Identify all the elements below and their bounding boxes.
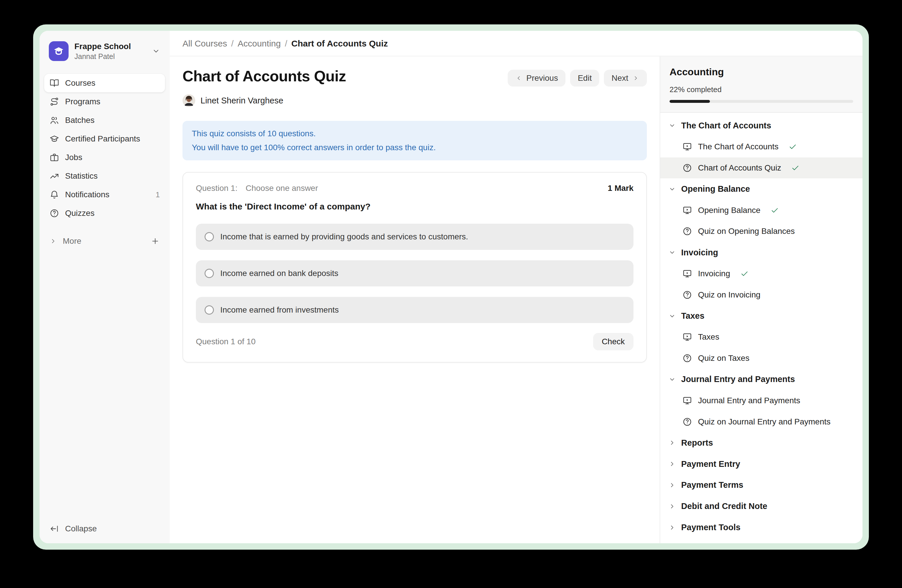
chapter-title: Journal Entry and Payments	[681, 374, 795, 384]
help-circle-icon	[682, 163, 692, 173]
lesson-opening-balance[interactable]: Opening Balance	[660, 200, 863, 221]
breadcrumb-separator: /	[231, 39, 233, 48]
question-footer: Question 1 of 10 Check	[196, 333, 634, 350]
answer-option[interactable]: Income earned from investments	[196, 297, 634, 323]
lesson-chart-of-accounts-quiz[interactable]: Chart of Accounts Quiz	[660, 158, 863, 179]
lesson-label: Journal Entry and Payments	[698, 396, 800, 405]
lesson-label: Taxes	[698, 332, 719, 342]
lesson-quiz-on-invoicing[interactable]: Quiz on Invoicing	[660, 284, 863, 305]
lesson-label: Opening Balance	[698, 206, 761, 215]
edit-button[interactable]: Edit	[570, 70, 599, 87]
chevron-right-icon	[669, 503, 676, 510]
banner-line: You will have to get 100% correct answer…	[192, 141, 637, 155]
chapter-reports[interactable]: Reports	[660, 432, 863, 454]
breadcrumb-item-accounting[interactable]: Accounting	[238, 39, 281, 48]
chapter-title: Invoicing	[681, 248, 718, 257]
sidebar-item-label: Notifications	[65, 190, 110, 199]
body-row: Chart of Accounts Quiz Previous Edit	[170, 56, 863, 543]
lesson-invoicing[interactable]: Invoicing	[660, 263, 863, 285]
chevron-right-icon	[669, 439, 676, 447]
chapter-journal-entry-and-payments[interactable]: Journal Entry and Payments	[660, 369, 863, 390]
page-title: Chart of Accounts Quiz	[183, 68, 346, 84]
lesson-quiz-on-taxes[interactable]: Quiz on Taxes	[660, 348, 863, 369]
lesson-the-chart-of-accounts[interactable]: The Chart of Accounts	[660, 136, 863, 158]
sidebar-item-label: Statistics	[65, 171, 98, 181]
workspace-user: Jannat Patel	[74, 52, 146, 61]
sidebar-item-certified-participants[interactable]: Certified Participants	[44, 130, 165, 148]
question-marks: 1 Mark	[608, 184, 634, 193]
help-circle-icon	[682, 226, 692, 236]
chapter-payment-tools[interactable]: Payment Tools	[660, 517, 863, 538]
chevron-down-icon	[669, 122, 676, 129]
progress-bar	[670, 100, 853, 103]
chapter-invoicing[interactable]: Invoicing	[660, 242, 863, 263]
chapter-title: Payment Terms	[681, 480, 743, 490]
header-buttons: Previous Edit Next	[508, 70, 647, 87]
check-icon	[791, 164, 800, 172]
chapter-debit-and-credit-note[interactable]: Debit and Credit Note	[660, 496, 863, 517]
chapter-taxes[interactable]: Taxes	[660, 305, 863, 327]
chapter-title: Reports	[681, 438, 713, 448]
help-circle-icon	[682, 290, 692, 300]
answer-option-label: Income that is earned by providing goods…	[220, 232, 468, 241]
sidebar-nav: CoursesProgramsBatchesCertified Particip…	[44, 74, 165, 222]
chevron-right-icon	[49, 237, 57, 245]
workspace-switcher[interactable]: Frappe School Jannat Patel	[45, 39, 164, 63]
question-label: Question 1:	[196, 184, 237, 193]
breadcrumb-item-all-courses[interactable]: All Courses	[183, 39, 227, 48]
sidebar-item-jobs[interactable]: Jobs	[44, 148, 165, 167]
progress-bar-fill	[670, 100, 710, 103]
sidebar-item-quizzes[interactable]: Quizzes	[44, 204, 165, 222]
lesson-label: Quiz on Opening Balances	[698, 227, 795, 236]
previous-label: Previous	[526, 74, 558, 83]
lesson-label: Chart of Accounts Quiz	[698, 163, 781, 172]
answer-option[interactable]: Income earned on bank deposits	[196, 260, 634, 286]
course-progress-text: 22% completed	[670, 85, 853, 94]
question-meta: Question 1: Choose one answer 1 Mark	[196, 184, 634, 193]
radio-button[interactable]	[205, 232, 214, 241]
lesson-taxes[interactable]: Taxes	[660, 327, 863, 348]
sidebar-item-label: Programs	[65, 97, 100, 106]
chapter-the-chart-of-accounts[interactable]: The Chart of Accounts	[660, 115, 863, 136]
sidebar-item-batches[interactable]: Batches	[44, 111, 165, 130]
sidebar-item-more[interactable]: More	[44, 232, 165, 250]
plus-icon[interactable]	[150, 236, 160, 246]
route-icon	[49, 97, 59, 106]
check-button[interactable]: Check	[593, 333, 634, 350]
radio-button[interactable]	[205, 269, 214, 278]
screen: Frappe School Jannat Patel CoursesProgra…	[0, 0, 902, 588]
check-icon	[740, 269, 749, 278]
app-window: Frappe School Jannat Patel CoursesProgra…	[39, 31, 863, 543]
chevron-down-icon[interactable]	[152, 47, 160, 55]
chapter-payment-entry[interactable]: Payment Entry	[660, 454, 863, 475]
lesson-quiz-on-journal-entry-and-payments[interactable]: Quiz on Journal Entry and Payments	[660, 411, 863, 432]
question-text: What is the 'Direct Income' of a company…	[196, 202, 634, 211]
main-panel: Chart of Accounts Quiz Previous Edit	[170, 56, 660, 543]
answer-option[interactable]: Income that is earned by providing goods…	[196, 224, 634, 250]
sidebar-item-courses[interactable]: Courses	[44, 74, 165, 92]
lesson-journal-entry-and-payments[interactable]: Journal Entry and Payments	[660, 390, 863, 411]
radio-button[interactable]	[205, 305, 214, 314]
breadcrumb-item-chart-of-accounts-quiz: Chart of Accounts Quiz	[291, 39, 388, 48]
check-icon	[770, 206, 779, 215]
sidebar-item-statistics[interactable]: Statistics	[44, 167, 165, 185]
sidebar-item-programs[interactable]: Programs	[44, 92, 165, 111]
content-area: All Courses/Accounting/Chart of Accounts…	[170, 31, 863, 543]
collapse-label: Collapse	[65, 524, 97, 533]
next-button[interactable]: Next	[604, 70, 647, 87]
chapter-payment-terms[interactable]: Payment Terms	[660, 475, 863, 496]
workspace-name: Frappe School	[74, 41, 146, 52]
chapter-opening-balance[interactable]: Opening Balance	[660, 178, 863, 200]
course-outline: The Chart of AccountsThe Chart of Accoun…	[660, 113, 863, 543]
lesson-quiz-on-opening-balances[interactable]: Quiz on Opening Balances	[660, 221, 863, 242]
chapter-title: Taxes	[681, 311, 705, 321]
left-sidebar: Frappe School Jannat Patel CoursesProgra…	[39, 31, 170, 543]
chevron-down-icon	[669, 375, 676, 383]
sidebar-item-notifications[interactable]: Notifications1	[44, 185, 165, 204]
sidebar-item-label: Certified Participants	[65, 134, 140, 144]
collapse-sidebar-button[interactable]: Collapse	[44, 519, 165, 539]
answer-option-label: Income earned on bank deposits	[220, 269, 338, 278]
workspace-text: Frappe School Jannat Patel	[74, 41, 146, 61]
previous-button[interactable]: Previous	[508, 70, 565, 87]
author-name: Linet Sherin Varghese	[200, 96, 283, 105]
